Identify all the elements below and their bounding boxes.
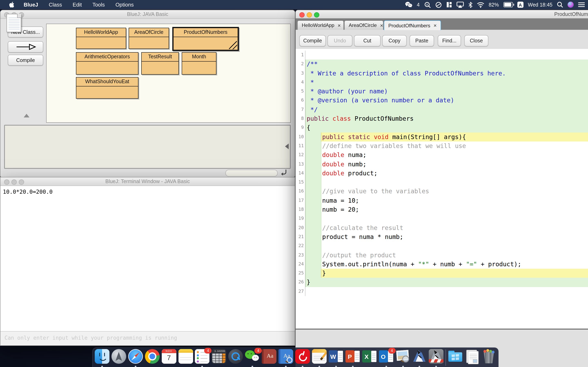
compile-button[interactable]: Compile — [8, 55, 43, 66]
editor-button-undo[interactable]: Undo — [328, 35, 352, 47]
wechat-menu-icon[interactable] — [405, 2, 412, 8]
code-line-22[interactable]: 22 — [296, 242, 588, 250]
do-not-disturb-icon[interactable] — [435, 1, 442, 8]
code-line-16[interactable]: 16//give value to the variables — [296, 187, 588, 196]
editor-button-paste[interactable]: Paste — [410, 35, 434, 47]
tab-close-icon[interactable]: × — [334, 22, 341, 28]
code-line-26[interactable]: 26} — [296, 278, 588, 287]
dock-item-quicktime[interactable] — [228, 349, 243, 367]
tab-AreaOfCircle[interactable]: AreaOfCircle× — [344, 20, 383, 30]
code-line-14[interactable]: 14double product; — [296, 169, 588, 178]
code-line-10[interactable]: 10public static void main(String[] args)… — [296, 132, 588, 142]
code-line-6[interactable]: 6 * @version (a version number or a date… — [296, 96, 588, 105]
class-TestResult[interactable]: TestResult — [141, 52, 179, 75]
editor-button-find[interactable]: Find... — [438, 35, 461, 47]
code-line-13[interactable]: 13double numb; — [296, 160, 588, 169]
dock-item-powerpoint[interactable]: P — [346, 349, 360, 367]
code-line-25[interactable]: 25} — [296, 269, 588, 278]
editor-button-compile[interactable]: Compile — [299, 35, 326, 47]
code-line-23[interactable]: 23//output the product — [296, 250, 588, 260]
code-line-9[interactable]: 9{ — [296, 123, 588, 133]
code-line-1[interactable]: 1 — [296, 50, 588, 60]
spotlight-icon[interactable] — [557, 2, 563, 8]
code-editor[interactable]: 12/**3 * Write a description of class Pr… — [296, 49, 588, 330]
editor-button-close[interactable]: Close — [464, 35, 488, 47]
code-line-27[interactable]: 27 — [296, 287, 588, 296]
dependency-arrow-button[interactable] — [8, 41, 43, 53]
code-line-3[interactable]: 3 * Write a description of class Product… — [296, 69, 588, 78]
bench-side-triangle[interactable] — [285, 143, 289, 149]
dock-item-calculator[interactable]: 3.141593 — [212, 349, 226, 367]
tab-HelloWorldApp[interactable]: HelloWorldApp× — [297, 20, 344, 30]
code-line-11[interactable]: 11//define two variables that we will us… — [296, 142, 588, 151]
tab-close-icon[interactable]: × — [377, 22, 383, 28]
dock-item-documents[interactable] — [465, 349, 479, 367]
tab-close-icon[interactable]: × — [430, 22, 437, 29]
editor-button-cut[interactable]: Cut — [354, 35, 380, 47]
editor-button-copy[interactable]: Copy — [382, 35, 407, 47]
dock-item-word[interactable]: W — [329, 349, 343, 367]
code-line-8[interactable]: 8public class ProductOfNumbers — [296, 114, 588, 123]
dock-item-bluej-installer[interactable] — [429, 349, 444, 367]
code-line-18[interactable]: 18numb = 20; — [296, 205, 588, 214]
dock-item-pages[interactable] — [312, 349, 327, 367]
code-line-15[interactable]: 15 — [296, 178, 588, 187]
dock-item-outlook[interactable]: O4 — [379, 349, 393, 367]
siri-icon[interactable] — [568, 2, 574, 8]
dock-item-wechat[interactable]: 4 — [245, 349, 260, 367]
dock-item-preview[interactable] — [396, 349, 410, 367]
notification-center-icon[interactable] — [578, 2, 585, 7]
dock-item-windows-folder[interactable] — [448, 349, 463, 367]
class-HelloWorldApp[interactable]: HelloWorldApp — [76, 28, 126, 49]
class-ProductOfNumbers[interactable]: ProductOfNumbers — [172, 27, 239, 51]
bluetooth-icon[interactable] — [468, 1, 472, 8]
dock-item-reminders[interactable]: 4 — [195, 349, 210, 367]
dock-item-excel[interactable]: X — [362, 349, 377, 367]
code-line-2[interactable]: 2/** — [296, 60, 588, 69]
class-WhatShouldYouEat[interactable]: WhatShouldYouEat — [76, 77, 138, 99]
class-ArithmeticOperators[interactable]: ArithmeticOperators — [76, 52, 138, 75]
code-line-7[interactable]: 7 */ — [296, 105, 588, 114]
class-diagram[interactable]: HelloWorldAppAreaOfCircleProductOfNumber… — [46, 24, 291, 123]
search-a-icon[interactable]: A — [424, 1, 431, 8]
readme-note-icon[interactable] — [7, 14, 21, 32]
minimize-window-button[interactable] — [307, 12, 312, 17]
dock-item-chrome[interactable] — [145, 349, 159, 367]
terminal-output[interactable]: 10.0*20.0=200.0 — [0, 186, 295, 332]
close-window-button[interactable] — [299, 12, 305, 17]
code-line-24[interactable]: 24System.out.println(numa + "*" + numb +… — [296, 260, 588, 269]
code-line-21[interactable]: 21product = numa * numb; — [296, 233, 588, 242]
airplay-icon[interactable] — [456, 2, 464, 8]
tab-ProductOfNumbers[interactable]: ProductOfNumbers× — [384, 20, 441, 30]
code-line-20[interactable]: 20//calculate the result — [296, 223, 588, 233]
dock-item-dictionary-red[interactable]: Aa — [262, 349, 277, 367]
codepad-input-field[interactable] — [225, 170, 278, 176]
dock-item-calendar[interactable]: NOV7 — [162, 349, 176, 367]
dock-item-dictionary-blue[interactable]: Aa — [278, 349, 293, 367]
dock-item-finder[interactable] — [95, 349, 109, 367]
reset-vm-icon[interactable] — [280, 168, 287, 176]
class-Month[interactable]: Month — [182, 52, 216, 75]
main-window-titlebar[interactable]: BlueJ: JAVA Basic — [0, 10, 295, 19]
code-line-19[interactable]: 19 — [296, 214, 588, 224]
menu-options[interactable]: Options — [110, 0, 139, 9]
menu-class[interactable]: Class — [43, 0, 67, 9]
menu-bluej[interactable]: BlueJ — [18, 0, 43, 9]
dock-item-notes[interactable] — [178, 349, 193, 367]
dock-item-trash[interactable] — [481, 349, 496, 367]
code-line-4[interactable]: 4 * — [296, 78, 588, 87]
menu-tools[interactable]: Tools — [87, 0, 110, 9]
terminal-titlebar[interactable]: BlueJ: Terminal Window - JAVA Basic — [0, 177, 295, 186]
wifi-icon[interactable] — [477, 2, 484, 8]
dock-item-launchpad[interactable] — [112, 349, 126, 367]
code-line-17[interactable]: 17numa = 10; — [296, 196, 588, 205]
apple-menu[interactable] — [0, 2, 18, 8]
dock-item-safari[interactable] — [128, 349, 143, 367]
dock-item-bluej[interactable] — [412, 349, 427, 367]
menubar-clock[interactable]: Wed 18:45 — [528, 2, 553, 8]
object-bench[interactable] — [4, 125, 291, 169]
editor-titlebar[interactable]: ProductOfNumb — [296, 10, 588, 19]
bench-collapse-triangle[interactable] — [24, 114, 29, 117]
menu-edit[interactable]: Edit — [67, 0, 87, 9]
dock-item-netease-music[interactable] — [295, 349, 310, 367]
